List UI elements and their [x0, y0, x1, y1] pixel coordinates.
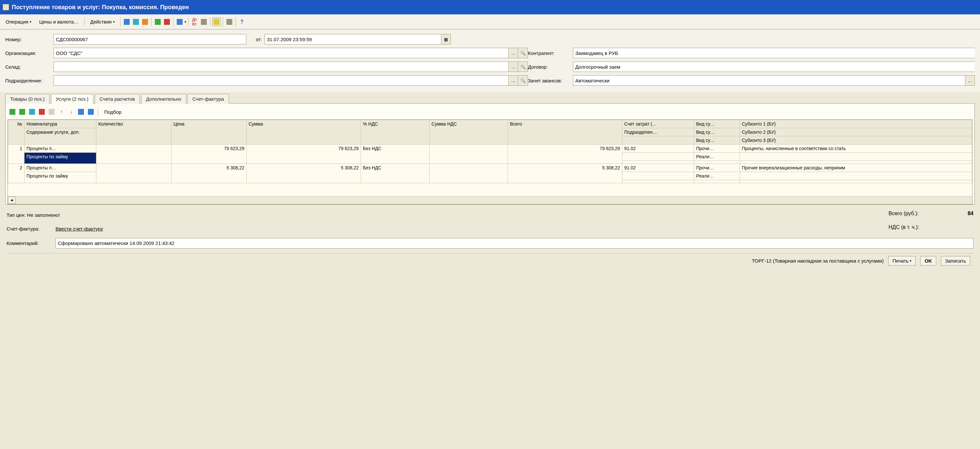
table-row[interactable]: 1 Проценты п… 79 623,29 79 623,29 Без НД… — [8, 145, 972, 153]
help-icon[interactable]: ? — [238, 18, 246, 26]
cell-sub1[interactable]: Проценты, начисленные в соответствии со … — [740, 145, 972, 153]
cell-vat-pct[interactable]: Без НДС — [361, 145, 430, 164]
comment-input[interactable]: Сформировано автоматически 14.09.2009 21… — [56, 238, 974, 249]
org-select-btn[interactable]: … — [508, 48, 518, 58]
cell-sum[interactable]: 79 623,29 — [247, 145, 361, 164]
grid-delete-icon[interactable] — [38, 108, 46, 116]
print-button[interactable]: Печать▾ — [888, 256, 916, 265]
grid-add-icon[interactable] — [8, 108, 17, 116]
cell-total[interactable]: 5 308,22 — [508, 164, 622, 183]
cell-kind1[interactable]: Прочи… — [694, 145, 740, 153]
col-kind3[interactable]: Вид су… — [694, 136, 740, 145]
cell-sub3[interactable] — [740, 180, 972, 183]
tab-additional[interactable]: Дополнительно — [141, 94, 186, 104]
advance-input[interactable]: Автоматически — [573, 75, 965, 86]
cell-dept[interactable] — [622, 153, 694, 161]
col-sum[interactable]: Сумма — [247, 120, 361, 145]
grid-down-icon[interactable]: ↓ — [67, 108, 75, 116]
col-sub2[interactable]: Субконто 2 (БУ) — [740, 128, 972, 136]
toolbar-icon-2[interactable] — [132, 18, 140, 26]
contract-input[interactable]: Долгосрочный заем — [573, 61, 975, 72]
warehouse-search-icon[interactable]: 🔍 — [518, 61, 528, 72]
cell-empty[interactable] — [622, 161, 694, 164]
cell-empty[interactable] — [622, 180, 694, 183]
cell-desc[interactable]: Проценты по займу — [24, 172, 96, 183]
grid-add-copy-icon[interactable] — [18, 108, 27, 116]
col-price[interactable]: Цена — [172, 120, 247, 145]
advance-select-btn[interactable]: … — [965, 75, 975, 86]
grid-pick-button[interactable]: Подбор — [100, 106, 125, 117]
org-search-icon[interactable]: 🔍 — [518, 48, 528, 58]
cell-nomen[interactable]: Проценты п… — [24, 164, 96, 172]
save-button[interactable]: Записать — [941, 256, 970, 265]
cell-sub1[interactable]: Прочие внереализационные расходы, неприн… — [740, 164, 972, 172]
col-desc[interactable]: Содержание услуги, доп. — [24, 128, 96, 145]
cell-n[interactable]: 1 — [8, 145, 24, 164]
toolbar-icon-6[interactable] — [175, 18, 184, 26]
department-input[interactable] — [54, 75, 508, 86]
cell-kind1[interactable]: Прочи… — [694, 164, 740, 172]
warehouse-input[interactable] — [54, 61, 508, 72]
number-input[interactable]: СДС00000067 — [54, 34, 246, 45]
cell-sum[interactable]: 5 308,22 — [247, 164, 361, 183]
date-input[interactable]: 31.07.2009 23:59:59 — [265, 34, 441, 45]
actions-menu[interactable]: Действия▾ — [87, 16, 118, 27]
col-total[interactable]: Всего — [508, 120, 622, 145]
cell-n[interactable]: 2 — [8, 164, 24, 183]
cell-sub2[interactable] — [740, 153, 972, 161]
table-row[interactable]: 2 Проценты п… 5 308,22 5 308,22 Без НДС … — [8, 164, 972, 172]
department-search-icon[interactable]: 🔍 — [518, 75, 528, 86]
toolbar-icon-5[interactable] — [163, 18, 171, 26]
toolbar-icon-9[interactable] — [212, 18, 221, 26]
services-grid[interactable]: № Номенклатура Количество Цена Сумма % Н… — [8, 119, 972, 205]
toolbar-icon-8[interactable] — [200, 18, 208, 26]
col-kind1[interactable]: Вид су… — [694, 120, 740, 128]
cell-kind2[interactable]: Реали… — [694, 172, 740, 180]
operation-menu[interactable]: Операция▾ — [2, 16, 35, 27]
tab-accounts[interactable]: Счета расчетов — [95, 94, 140, 104]
grid-sort-asc-icon[interactable] — [77, 108, 85, 116]
enter-invoice-link[interactable]: Ввести счет-фактуру — [56, 226, 103, 232]
cell-cost-acc[interactable]: 91.02 — [622, 145, 694, 153]
ok-button[interactable]: OK — [920, 256, 936, 265]
col-dept[interactable]: Подразделен… — [622, 128, 694, 136]
warehouse-select-btn[interactable]: … — [508, 61, 518, 72]
cell-price[interactable]: 79 623,29 — [172, 145, 247, 164]
cell-dept[interactable] — [622, 172, 694, 180]
prices-button[interactable]: Цены и валюта… — [36, 16, 82, 27]
grid-up-icon[interactable]: ↑ — [57, 108, 66, 116]
cell-kind3[interactable] — [694, 180, 740, 183]
col-cost-acc[interactable]: Счет затрат (… — [622, 120, 694, 128]
cell-vat-sum[interactable] — [430, 164, 508, 183]
col-nomen[interactable]: Номенклатура — [24, 120, 96, 128]
cell-nomen[interactable]: Проценты п… — [24, 145, 96, 153]
cell-vat-sum[interactable] — [430, 145, 508, 164]
cell-qty[interactable] — [96, 145, 172, 164]
org-input[interactable]: ООО "СДС" — [54, 48, 508, 58]
cell-sub2[interactable] — [740, 172, 972, 180]
contractor-input[interactable]: Заимодавец в РУБ — [573, 48, 975, 58]
cell-qty[interactable] — [96, 164, 172, 183]
col-sub3[interactable]: Субконто 3 (БУ) — [740, 136, 972, 145]
cell-sub3[interactable] — [740, 161, 972, 164]
grid-sort-desc-icon[interactable] — [87, 108, 95, 116]
toolbar-icon-3[interactable] — [141, 18, 149, 26]
col-qty[interactable]: Количество — [96, 120, 172, 145]
tab-goods[interactable]: Товары (0 поз.) — [5, 94, 50, 104]
tab-invoice[interactable]: Счет-фактура — [188, 94, 229, 104]
col-vat-pct[interactable]: % НДС — [361, 120, 430, 145]
col-n[interactable]: № — [8, 120, 24, 145]
department-select-btn[interactable]: … — [508, 75, 518, 86]
toolbar-icon-6-caret[interactable]: ▾ — [185, 20, 186, 24]
grid-edit-icon[interactable] — [28, 108, 36, 116]
cell-kind2[interactable]: Реали… — [694, 153, 740, 161]
toolbar-icon-10[interactable] — [225, 18, 234, 26]
cell-vat-pct[interactable]: Без НДС — [361, 164, 430, 183]
col-kind2[interactable]: Вид су… — [694, 128, 740, 136]
tab-services[interactable]: Услуги (2 поз.) — [51, 94, 94, 104]
toolbar-icon-4[interactable] — [154, 18, 162, 26]
cell-cost-acc[interactable]: 91.02 — [622, 164, 694, 172]
calendar-icon[interactable]: ▦ — [441, 34, 451, 45]
col-empty[interactable] — [622, 136, 694, 145]
col-sub1[interactable]: Субконто 1 (БУ) — [740, 120, 972, 128]
